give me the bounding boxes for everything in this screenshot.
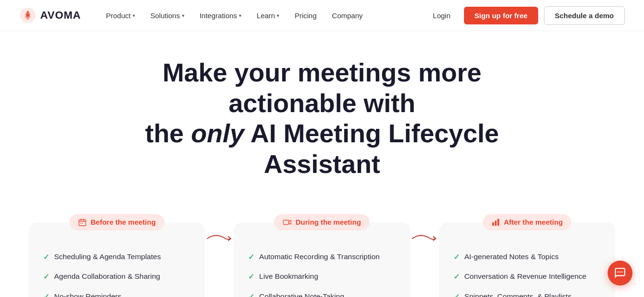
list-item: ✓ Collaborative Note-Taking	[248, 291, 395, 297]
nav-solutions[interactable]: Solutions ▾	[144, 8, 191, 23]
list-item: ✓ Live Bookmarking	[248, 271, 395, 282]
check-icon: ✓	[248, 272, 254, 282]
chevron-down-icon: ▾	[277, 13, 279, 18]
after-meeting-list: ✓ AI-generated Notes & Topics ✓ Conversa…	[453, 251, 601, 297]
check-icon: ✓	[248, 252, 254, 263]
svg-rect-8	[497, 219, 499, 226]
chevron-down-icon: ▾	[182, 13, 184, 18]
after-meeting-badge: After the meeting	[483, 214, 571, 230]
nav-integrations[interactable]: Integrations ▾	[193, 8, 248, 23]
schedule-demo-button[interactable]: Schedule a demo	[544, 6, 625, 25]
logo-icon	[19, 7, 36, 24]
svg-rect-5	[283, 220, 289, 224]
svg-rect-6	[492, 222, 494, 226]
before-meeting-list: ✓ Scheduling & Agenda Templates ✓ Agenda…	[43, 251, 191, 297]
check-icon: ✓	[453, 292, 460, 297]
list-item: ✓ Automatic Recording & Transcription	[248, 251, 395, 263]
svg-rect-7	[495, 220, 497, 226]
navbar: AVOMA Product ▾ Solutions ▾ Integrations…	[0, 0, 644, 31]
before-meeting-card-wrapper: Before the meeting ✓ Scheduling & Agenda…	[29, 223, 205, 297]
hero-section: Make your meetings more actionable with …	[0, 31, 644, 213]
signup-button[interactable]: Sign up for free	[464, 7, 538, 24]
calendar-icon	[78, 218, 87, 227]
list-item: ✓ AI-generated Notes & Topics	[453, 251, 601, 263]
nav-company[interactable]: Company	[325, 8, 369, 23]
chevron-down-icon: ▾	[133, 13, 135, 18]
nav-product[interactable]: Product ▾	[99, 8, 142, 23]
nav-pricing[interactable]: Pricing	[288, 8, 323, 23]
svg-rect-3	[80, 223, 81, 224]
chart-icon	[491, 218, 500, 227]
svg-point-10	[620, 272, 621, 273]
arrow-connector-1	[205, 223, 234, 246]
during-meeting-badge: During the meeting	[274, 214, 370, 230]
chat-icon	[614, 267, 626, 279]
nav-links: Product ▾ Solutions ▾ Integrations ▾ Lea…	[99, 8, 421, 23]
list-item: ✓ No-show Reminders	[43, 291, 191, 297]
hero-title: Make your meetings more actionable with …	[107, 57, 538, 180]
during-meeting-list: ✓ Automatic Recording & Transcription ✓ …	[248, 251, 395, 297]
logo[interactable]: AVOMA	[19, 7, 81, 24]
nav-learn[interactable]: Learn ▾	[250, 8, 286, 23]
arrow-connector-2	[410, 223, 439, 246]
chevron-down-icon: ▾	[239, 13, 241, 18]
arrow-icon	[411, 231, 438, 246]
check-icon: ✓	[43, 252, 49, 263]
list-item: ✓ Snippets, Comments, & Playlists	[453, 291, 601, 297]
check-icon: ✓	[43, 272, 49, 282]
svg-point-11	[621, 272, 623, 273]
after-meeting-card: ✓ AI-generated Notes & Topics ✓ Conversa…	[439, 223, 615, 297]
before-meeting-card: ✓ Scheduling & Agenda Templates ✓ Agenda…	[29, 223, 205, 297]
check-icon: ✓	[43, 292, 49, 297]
list-item: ✓ Conversation & Revenue Intelligence	[453, 271, 601, 282]
during-meeting-card: ✓ Automatic Recording & Transcription ✓ …	[234, 223, 410, 297]
nav-actions: Login Sign up for free Schedule a demo	[425, 6, 625, 25]
during-meeting-card-wrapper: During the meeting ✓ Automatic Recording…	[234, 223, 410, 297]
login-button[interactable]: Login	[425, 8, 458, 23]
check-icon: ✓	[453, 272, 460, 282]
after-meeting-card-wrapper: After the meeting ✓ AI-generated Notes &…	[439, 223, 615, 297]
before-meeting-badge: Before the meeting	[69, 214, 164, 230]
cards-section: Before the meeting ✓ Scheduling & Agenda…	[0, 213, 644, 297]
svg-point-1	[26, 14, 29, 17]
list-item: ✓ Scheduling & Agenda Templates	[43, 251, 191, 263]
svg-point-9	[617, 272, 619, 273]
chat-button[interactable]	[608, 261, 633, 286]
logo-text: AVOMA	[40, 9, 81, 22]
check-icon: ✓	[453, 252, 460, 263]
check-icon: ✓	[248, 292, 254, 297]
svg-rect-4	[82, 223, 83, 224]
arrow-icon	[206, 231, 233, 246]
video-icon	[283, 218, 292, 227]
list-item: ✓ Agenda Collaboration & Sharing	[43, 271, 191, 282]
